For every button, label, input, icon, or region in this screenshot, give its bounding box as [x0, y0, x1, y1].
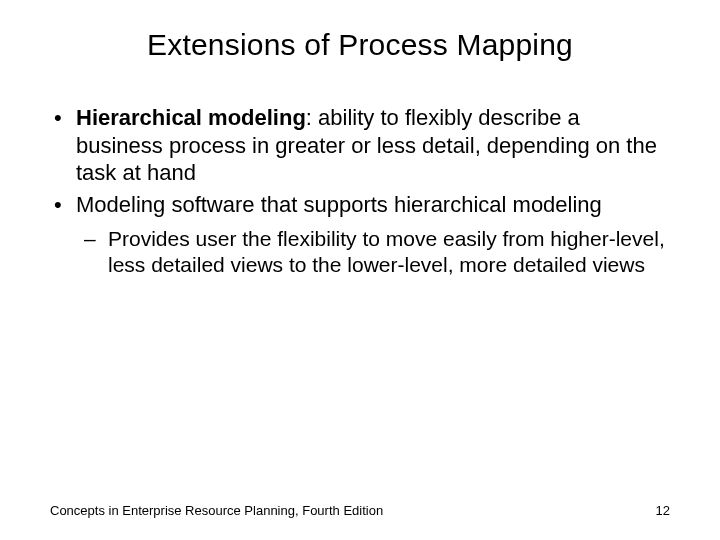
slide-title: Extensions of Process Mapping	[50, 28, 670, 62]
page-number: 12	[656, 503, 670, 518]
bullet-item-1-term: Hierarchical modeling	[76, 105, 306, 130]
sub-bullet-item-1-text: Provides user the flexibility to move ea…	[108, 227, 665, 276]
slide: Extensions of Process Mapping Hierarchic…	[0, 0, 720, 540]
footer: Concepts in Enterprise Resource Planning…	[50, 503, 670, 518]
bullet-item-1: Hierarchical modeling: ability to flexib…	[76, 104, 670, 187]
sub-bullet-list: Provides user the flexibility to move ea…	[76, 226, 670, 279]
sub-bullet-item-1: Provides user the flexibility to move ea…	[108, 226, 670, 279]
bullet-item-2: Modeling software that supports hierarch…	[76, 191, 670, 279]
footer-text: Concepts in Enterprise Resource Planning…	[50, 503, 383, 518]
bullet-item-2-text: Modeling software that supports hierarch…	[76, 192, 602, 217]
bullet-list: Hierarchical modeling: ability to flexib…	[50, 104, 670, 279]
